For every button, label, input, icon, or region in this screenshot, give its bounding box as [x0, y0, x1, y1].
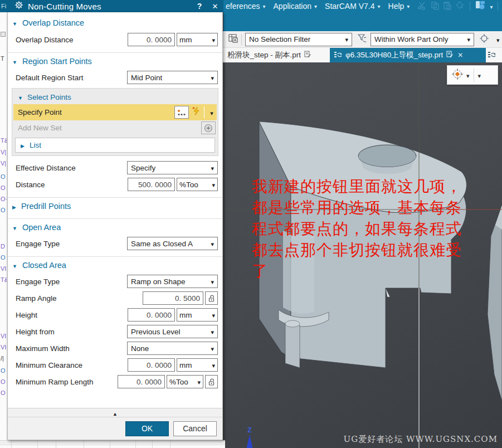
add-new-set-button[interactable]: [201, 121, 216, 134]
expand-triangle-icon: [12, 202, 16, 211]
minimum-ramp-length-input[interactable]: 0. 0000: [118, 375, 165, 388]
part-tab-bar: 粉滑块_step - 副本.prt φ6.35L30H80上导模_step.pr…: [223, 48, 502, 62]
section-region-start-points[interactable]: Region Start Points: [8, 52, 222, 69]
overlap-unit-dropdown[interactable]: mm: [177, 33, 218, 46]
distance-row: Distance 500. 0000 %Too: [8, 176, 222, 193]
vp-more-caret[interactable]: [478, 70, 481, 80]
overlap-distance-input[interactable]: 0. 0000: [128, 33, 175, 46]
height-from-dropdown[interactable]: Previous Level: [127, 325, 218, 338]
minimum-ramp-length-lock-button[interactable]: [205, 375, 218, 388]
ramp-angle-input[interactable]: 0. 5000: [143, 291, 203, 305]
open-engage-type-row: Engage Type Same as Closed A: [8, 235, 222, 252]
height-from-row: Height from Previous Level: [8, 323, 222, 340]
menu-help[interactable]: Help: [388, 2, 410, 11]
height-unit-dropdown[interactable]: mm: [177, 308, 218, 322]
point-dots-icon: [177, 109, 187, 116]
quick-point-flash-icon[interactable]: [192, 106, 201, 118]
non-cutting-moves-dialog: Overlap Distance Overlap Distance 0. 000…: [7, 12, 223, 440]
minimum-ramp-length-row: Minimum Ramp Length 0. 0000 %Too: [8, 373, 222, 390]
watermark: UG爱好者论坛 WWW.UGSNX.COM: [344, 434, 498, 445]
snap-point-icon[interactable]: [455, 1, 465, 12]
minimum-clearance-row: Minimum Clearance 0. 0000 mm: [8, 357, 222, 373]
point-snap-target-icon[interactable]: [451, 68, 464, 82]
add-new-set-row: Add New Set: [13, 120, 217, 135]
section-select-points[interactable]: Select Points: [13, 90, 217, 104]
selection-caret[interactable]: [493, 35, 500, 45]
maximum-width-dropdown[interactable]: None: [127, 342, 218, 355]
navigator-node-icon: [1, 32, 6, 37]
section-overlap-distance[interactable]: Overlap Distance: [8, 14, 222, 31]
open-lock-icon: [208, 295, 215, 302]
menu-application[interactable]: Application: [274, 2, 318, 11]
viewport-3d[interactable]: 我新建的按钮里面就这几项， 都是些常用的选项，基本每条 程式都要点的，如果每条程…: [225, 62, 502, 448]
distance-input[interactable]: 500. 0000: [128, 178, 175, 191]
effective-distance-dropdown[interactable]: Specify: [127, 161, 218, 174]
occluded-navigator-strip: T T& V| V| O O O· O D O VI T& VI VI /| O…: [0, 12, 7, 440]
axis-z-arrow-icon: [246, 435, 253, 448]
vp-toolbar-separator: [474, 69, 474, 82]
viewport-mini-toolbar: [447, 65, 498, 85]
minimum-clearance-unit-dropdown[interactable]: mm: [177, 358, 218, 372]
axis-triad: Z: [243, 426, 256, 448]
snap-caret[interactable]: [466, 70, 470, 80]
tool-palette-caret[interactable]: [490, 2, 493, 11]
minimum-clearance-input[interactable]: 0. 0000: [128, 358, 175, 372]
point-options-caret[interactable]: [207, 108, 217, 118]
underlying-menu-fragment: Fi: [0, 3, 7, 9]
default-region-start-row: Default Region Start Mid Point: [8, 69, 222, 86]
expand-triangle-icon: [21, 141, 25, 149]
height-row: Height 0. 0000 mm: [8, 306, 222, 323]
occluded-table-strip: [0, 440, 225, 448]
section-predrill-points[interactable]: Predrill Points: [8, 197, 222, 214]
specify-point-row[interactable]: Specify Point: [13, 104, 217, 120]
collapse-up-icon: [113, 408, 118, 418]
list-expander[interactable]: List: [15, 138, 215, 153]
window-sync-icon: [488, 51, 496, 60]
dialog-help-button[interactable]: ?: [192, 2, 207, 11]
copy-icon[interactable]: [431, 1, 440, 12]
filter-reset-icon[interactable]: [358, 34, 366, 45]
dialog-titlebar[interactable]: Fi Non-Cutting Moves ? ✕: [0, 0, 223, 12]
tab-close-icon[interactable]: ✕: [457, 51, 463, 59]
modified-doc-icon: [446, 51, 453, 60]
annotation-text: 我新建的按钮里面就这几项， 都是些常用的选项，基本每条 程式都要点的，如果每条程…: [252, 176, 497, 282]
selection-toolbar: No Selection Filter Within Work Part Onl…: [223, 31, 502, 48]
application-window: Fi Non-Cutting Moves ? ✕ eferences Appli…: [0, 0, 502, 448]
modified-doc-icon: [304, 51, 311, 60]
tab-part-inactive[interactable]: 粉滑块_step - 副本.prt: [223, 48, 330, 62]
tool-palette-icon[interactable]: [475, 1, 486, 12]
open-lock-icon: [208, 378, 215, 386]
menubar-separator: [470, 2, 470, 11]
spreadsheet-icon[interactable]: [228, 33, 238, 45]
closed-engage-type-dropdown[interactable]: Ramp on Shape: [127, 275, 218, 288]
yellow-row-separator: [204, 106, 204, 118]
ok-button[interactable]: OK: [125, 421, 169, 436]
section-open-area[interactable]: Open Area: [8, 218, 222, 235]
collapse-triangle-icon: [12, 261, 17, 270]
collapse-triangle-icon: [18, 93, 23, 101]
scope-dropdown[interactable]: Within Work Part Only: [371, 33, 474, 46]
selection-filter-dropdown[interactable]: No Selection Filter: [245, 33, 352, 46]
point-dialog-button[interactable]: [174, 106, 189, 119]
dialog-close-button[interactable]: ✕: [207, 2, 223, 11]
dialog-collapse-handle[interactable]: [8, 408, 222, 417]
tab-part-active[interactable]: φ6.35L30H80上导模_step.prt ✕: [330, 48, 486, 62]
section-closed-area[interactable]: Closed Area: [8, 256, 222, 273]
closed-engage-type-row: Engage Type Ramp on Shape: [8, 273, 222, 290]
open-engage-type-dropdown[interactable]: Same as Closed A: [127, 237, 218, 250]
tab-part-next-fragment[interactable]: [486, 48, 502, 62]
menu-starcam[interactable]: StarCAM V7.4: [325, 2, 381, 11]
toolbar-separator: [241, 34, 242, 45]
default-region-start-dropdown[interactable]: Mid Point: [127, 71, 218, 84]
distance-unit-dropdown[interactable]: %Too: [177, 178, 218, 191]
ramp-angle-lock-button[interactable]: [205, 291, 218, 305]
menu-preferences[interactable]: eferences: [226, 2, 266, 11]
minimum-ramp-length-unit-dropdown[interactable]: %Too: [167, 375, 203, 388]
cut-icon[interactable]: [417, 1, 427, 12]
height-input[interactable]: 0. 0000: [128, 308, 175, 322]
dialog-content: Overlap Distance Overlap Distance 0. 000…: [8, 12, 222, 408]
gear-icon: [14, 1, 23, 12]
cancel-button[interactable]: Cancel: [173, 421, 217, 436]
general-selection-icon[interactable]: [479, 33, 490, 46]
paste-icon[interactable]: [443, 1, 452, 12]
